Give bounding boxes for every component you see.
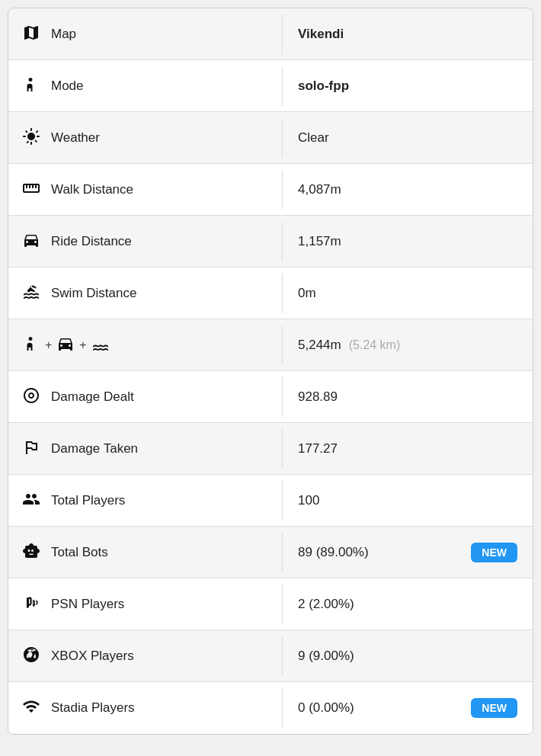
table-row: Map Vikendi	[8, 8, 533, 60]
table-row: Weather Clear	[8, 112, 533, 164]
person-icon	[21, 75, 42, 97]
total-distance-value: 5,244m (5.24 km)	[283, 328, 533, 362]
total-players-label-cell: Total Players	[8, 481, 283, 521]
plus-sign-1: +	[45, 338, 52, 352]
xbox-players-label: XBOX Players	[51, 649, 134, 664]
weather-label: Weather	[51, 130, 100, 146]
xbox-icon	[21, 645, 42, 667]
damage-dealt-label-cell: Damage Dealt	[8, 377, 283, 417]
swim-icon-small	[90, 335, 111, 355]
walk-distance-value: 4,087m	[283, 173, 533, 207]
table-row: PSN Players 2 (2.00%)	[8, 578, 533, 630]
stats-table: Map Vikendi Mode solo-fpp Weather Clear	[8, 8, 533, 735]
damage-taken-label: Damage Taken	[51, 441, 138, 456]
weather-value: Clear	[283, 121, 533, 155]
total-bots-new-badge: NEW	[471, 543, 517, 562]
table-row: Swim Distance 0m	[8, 267, 533, 319]
car-icon	[21, 231, 42, 252]
table-row: Total Players 100	[8, 475, 533, 527]
ride-distance-label-cell: Ride Distance	[8, 222, 283, 261]
group-icon	[21, 490, 42, 511]
swim-icon	[21, 283, 42, 304]
swim-distance-label-cell: Swim Distance	[8, 274, 283, 313]
walk-distance-label-cell: Walk Distance	[8, 170, 283, 210]
map-label: Map	[51, 27, 76, 42]
map-value: Vikendi	[283, 18, 533, 51]
damage-dealt-label: Damage Dealt	[51, 389, 134, 405]
damage-taken-label-cell: Damage Taken	[8, 429, 283, 469]
table-row: XBOX Players 9 (9.00%)	[8, 630, 533, 682]
car-icon-small	[55, 335, 76, 355]
psn-icon	[21, 594, 42, 615]
total-distance-meters: 5,244m	[298, 338, 341, 353]
psn-players-value: 2 (2.00%)	[283, 588, 533, 621]
ride-distance-label: Ride Distance	[51, 234, 132, 249]
damage-taken-value: 177.27	[283, 432, 533, 466]
target-icon	[21, 386, 42, 408]
table-row: Damage Dealt 928.89	[8, 371, 533, 423]
map-label-cell: Map	[8, 14, 283, 54]
total-bots-label-cell: Total Bots	[8, 533, 283, 572]
total-bots-label: Total Bots	[51, 545, 108, 560]
walk-icon-small	[21, 335, 42, 355]
ride-distance-value: 1,157m	[283, 225, 533, 258]
total-distance-km: (5.24 km)	[349, 338, 401, 352]
ruler-icon	[21, 179, 42, 200]
weather-label-cell: Weather	[8, 118, 283, 158]
table-row: Mode solo-fpp	[8, 60, 533, 112]
plus-sign-2: +	[79, 338, 86, 352]
total-players-label: Total Players	[51, 493, 125, 508]
table-row: Walk Distance 4,087m	[8, 164, 533, 216]
xbox-players-value: 9 (9.00%)	[283, 639, 533, 673]
table-row: + + 5,244m (5.24 km)	[8, 319, 533, 371]
swim-distance-value: 0m	[283, 277, 533, 310]
stadia-players-text: 0 (0.00%)	[298, 700, 354, 716]
stadia-players-new-badge: NEW	[471, 698, 517, 718]
stadia-players-value: 0 (0.00%) NEW	[283, 689, 533, 727]
total-players-value: 100	[283, 484, 533, 517]
damage-taken-icon	[21, 438, 42, 460]
psn-players-label-cell: PSN Players	[8, 585, 283, 624]
mode-label: Mode	[51, 78, 84, 94]
stadia-players-label-cell: Stadia Players	[8, 688, 283, 728]
walk-distance-label: Walk Distance	[51, 182, 133, 197]
total-bots-text: 89 (89.00%)	[298, 545, 369, 560]
table-row: Total Bots 89 (89.00%) NEW	[8, 527, 533, 578]
map-icon	[21, 24, 42, 45]
swim-distance-label: Swim Distance	[51, 286, 136, 301]
table-row: Damage Taken 177.27	[8, 423, 533, 475]
combined-distance-icons: + +	[21, 335, 111, 355]
damage-dealt-value: 928.89	[283, 380, 533, 414]
mode-label-cell: Mode	[8, 66, 283, 106]
psn-players-label: PSN Players	[51, 597, 124, 612]
table-row: Ride Distance 1,157m	[8, 216, 533, 267]
robot-icon	[21, 542, 42, 563]
total-distance-label-cell: + +	[8, 325, 283, 364]
mode-value: solo-fpp	[283, 69, 533, 103]
stadia-players-label: Stadia Players	[51, 700, 135, 716]
total-bots-value: 89 (89.00%) NEW	[283, 533, 533, 572]
stadia-icon	[21, 697, 42, 719]
sun-icon	[21, 127, 42, 149]
xbox-players-label-cell: XBOX Players	[8, 636, 283, 676]
table-row: Stadia Players 0 (0.00%) NEW	[8, 682, 533, 734]
